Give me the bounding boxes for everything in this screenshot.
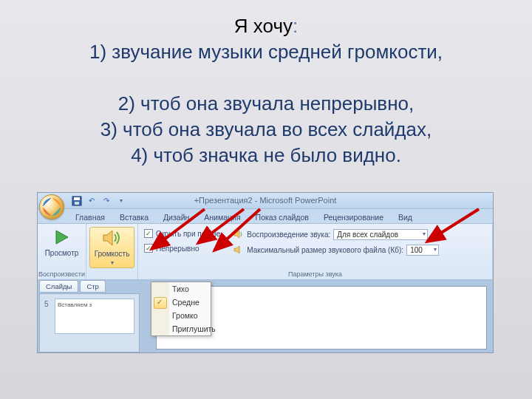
menu-loud[interactable]: Громко bbox=[151, 309, 211, 322]
powerpoint-window: ↶ ↷ ▾ +Презентация2 - Microsoft PowerPoi… bbox=[37, 192, 494, 353]
tab-insert[interactable]: Вставка bbox=[113, 211, 155, 223]
menu-medium[interactable]: Средне bbox=[151, 296, 211, 309]
tab-design[interactable]: Дизайн bbox=[157, 211, 196, 223]
continuous-checkbox[interactable]: ✓ bbox=[144, 244, 153, 253]
title-prefix: Я хочу bbox=[234, 15, 293, 37]
volume-menu: Тихо Средне Громко Приглушить bbox=[151, 282, 211, 336]
group-params-label: Параметры звука bbox=[144, 270, 486, 279]
group-play-label: Воспроизвести bbox=[38, 270, 85, 279]
speaker-mini-icon-2 bbox=[233, 245, 244, 256]
title-line3: 3) чтоб она звучала во всех слайдах, bbox=[100, 118, 432, 140]
ribbon-tabs: Главная Вставка Дизайн Анимация Показ сл… bbox=[38, 209, 493, 224]
title-colon: : bbox=[293, 15, 298, 37]
slide-number: 5 bbox=[44, 300, 49, 308]
title-line4: 4) чтоб значка не было видно. bbox=[131, 144, 401, 166]
chevron-down-icon: ▾ bbox=[111, 259, 114, 266]
office-button[interactable] bbox=[39, 194, 64, 219]
svg-rect-2 bbox=[75, 202, 79, 205]
volume-label: Громкость bbox=[95, 250, 130, 258]
svg-rect-1 bbox=[74, 197, 80, 200]
ribbon-body: Просмотр Воспроизвести Громкость ▾ ✓ Скр… bbox=[38, 224, 493, 280]
qat-more-icon[interactable]: ▾ bbox=[116, 196, 126, 206]
continuous-label: Непрерывно bbox=[156, 245, 199, 253]
slide-thumbnail[interactable]: Вставляем з bbox=[55, 299, 134, 334]
hide-checkbox[interactable]: ✓ bbox=[144, 229, 153, 238]
preview-label: Просмотр bbox=[45, 249, 79, 257]
tab-review[interactable]: Рецензирование bbox=[317, 211, 390, 223]
menu-mute[interactable]: Приглушить bbox=[151, 322, 211, 335]
max-size-label: Максимальный размер звукового файла (Кб)… bbox=[247, 246, 403, 254]
max-size-dropdown[interactable]: 100 bbox=[406, 245, 439, 256]
title-line2: 2) чтоб она звучала непрерывно, bbox=[118, 92, 414, 115]
document-area: Слайды Стр 5 Вставляем з bbox=[38, 280, 493, 352]
save-icon[interactable] bbox=[72, 196, 82, 206]
group-label-empty bbox=[111, 270, 113, 279]
tab-slides-thumb[interactable]: Слайды bbox=[39, 280, 78, 293]
tab-animation[interactable]: Анимация bbox=[197, 211, 247, 223]
redo-icon[interactable]: ↷ bbox=[101, 196, 112, 206]
window-title: +Презентация2 - Microsoft PowerPoint bbox=[194, 196, 337, 205]
tab-slideshow[interactable]: Показ слайдов bbox=[249, 211, 316, 223]
hide-label: Скрыть при показе bbox=[156, 230, 220, 238]
volume-button[interactable]: Громкость ▾ bbox=[89, 227, 135, 268]
speaker-mini-icon bbox=[233, 230, 244, 240]
play-icon bbox=[53, 228, 71, 248]
titlebar: ↶ ↷ ▾ +Презентация2 - Microsoft PowerPoi… bbox=[38, 193, 493, 209]
play-sound-label: Воспроизведение звука: bbox=[247, 231, 330, 239]
preview-button[interactable]: Просмотр bbox=[41, 227, 83, 259]
tab-outline-thumb[interactable]: Стр bbox=[80, 280, 106, 293]
speaker-icon bbox=[102, 229, 123, 248]
menu-quiet[interactable]: Тихо bbox=[151, 282, 211, 296]
undo-icon[interactable]: ↶ bbox=[86, 196, 97, 206]
thumbnail-panel: 5 Вставляем з bbox=[39, 293, 140, 352]
tab-view[interactable]: Вид bbox=[392, 211, 419, 223]
tab-home[interactable]: Главная bbox=[69, 211, 112, 223]
play-sound-dropdown[interactable]: Для всех слайдов bbox=[333, 229, 428, 240]
title-line1: 1) звучание музыки средней громкости, bbox=[89, 41, 443, 63]
